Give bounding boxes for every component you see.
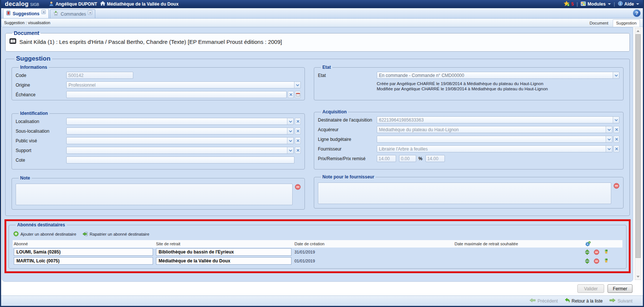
clear-x-icon[interactable]	[613, 145, 619, 152]
abonne-cell[interactable]: MARTIN, Loïc (0075)	[14, 257, 153, 265]
move-row-icon[interactable]	[585, 258, 590, 264]
remove-note-icon[interactable]	[295, 184, 301, 191]
fermer-button[interactable]: Fermer	[608, 284, 632, 293]
chevron-down-icon[interactable]	[613, 117, 619, 123]
site-retrait-cell[interactable]: Bibliothèque du bassin de l'Eyrieux	[156, 248, 291, 256]
chevron-down-icon[interactable]	[606, 136, 612, 142]
chevron-down-icon[interactable]	[287, 118, 293, 125]
star-plus-icon	[564, 1, 570, 7]
medal-star-icon[interactable]	[603, 249, 609, 255]
suivant-link[interactable]: Suivant	[609, 298, 632, 304]
tab-close-icon[interactable]	[88, 10, 92, 15]
chevron-down-icon[interactable]	[287, 138, 293, 144]
rapatrier-abonne-button[interactable]: Rapatrier un abonné destinataire	[82, 232, 149, 237]
breadcrumb: Suggestion : visualisation Document Sugg…	[1, 19, 643, 27]
add-abonne-button[interactable]: Ajouter un abonné destinataire	[13, 231, 76, 237]
navbar-separator: |	[577, 1, 578, 7]
support-label: Support	[16, 148, 66, 153]
document-legend: Document	[12, 30, 41, 36]
scroll-up-icon[interactable]	[635, 28, 641, 34]
clear-x-icon[interactable]	[295, 127, 301, 135]
tab-label: Commandes	[61, 12, 86, 17]
document-title: Saint Kilda (1) : Les esprits d'Hirta / …	[19, 39, 282, 45]
medal-star-icon[interactable]	[603, 258, 609, 264]
note-fournisseur-textarea[interactable]	[318, 182, 611, 204]
clear-x-icon[interactable]	[295, 118, 301, 125]
public-vise-label: Public visé	[16, 138, 66, 143]
cote-field[interactable]	[66, 156, 294, 164]
page-title: Suggestion : visualisation	[4, 20, 50, 25]
logo-subtext: SIGB	[30, 3, 39, 7]
column-header-site[interactable]: Site de retrait	[156, 242, 294, 246]
clear-x-icon[interactable]	[295, 137, 301, 144]
modules-menu[interactable]: Modules	[581, 1, 611, 7]
destinataire-select[interactable]: 622139641985633363	[377, 116, 619, 123]
echeance-field[interactable]	[66, 91, 287, 98]
document-section: Document Saint Kilda (1) : Les esprits d…	[5, 30, 630, 52]
view-document[interactable]: Document	[587, 20, 611, 27]
scroll-down-icon[interactable]	[635, 274, 641, 279]
current-user[interactable]: Angélique DUPONT	[49, 1, 97, 7]
prix-field[interactable]	[377, 155, 396, 162]
favorites-count: 5	[571, 1, 574, 7]
remise-field[interactable]	[399, 155, 416, 162]
code-label: Code	[16, 73, 66, 78]
abonnes-table-header: Abonné Site de retrait Date de création …	[13, 240, 622, 248]
rapatrier-arrow-icon	[82, 232, 88, 237]
column-header-abonne[interactable]: Abonné	[14, 242, 156, 246]
aide-menu[interactable]: Aide	[618, 1, 639, 7]
tab-commandes[interactable]: Commandes	[50, 9, 95, 18]
public-vise-select[interactable]	[66, 137, 294, 144]
favorites-button[interactable]: 5	[564, 1, 574, 7]
chevron-down-icon[interactable]	[287, 147, 293, 154]
valider-button[interactable]: Valider	[577, 284, 604, 293]
app-logo[interactable]: decalog SIGB	[5, 1, 39, 7]
prix-remise-field[interactable]	[425, 155, 445, 162]
fournisseur-select[interactable]: Librairie l'Arbre à feuilles	[377, 145, 612, 152]
calendar-icon[interactable]	[295, 91, 301, 98]
note-fournisseur-legend: Note pour le fournisseur	[321, 174, 376, 180]
clear-x-icon[interactable]	[613, 136, 619, 143]
remove-note-icon[interactable]	[613, 183, 619, 190]
clear-x-icon[interactable]	[613, 126, 619, 133]
vertical-scrollbar[interactable]	[635, 28, 641, 280]
remove-row-icon[interactable]	[594, 249, 599, 255]
top-navbar: decalog SIGB Angélique DUPONT Médiathèqu…	[1, 0, 643, 8]
view-suggestion[interactable]: Suggestion	[613, 19, 640, 27]
tab-label: Suggestions	[13, 11, 39, 16]
support-select[interactable]	[66, 147, 294, 154]
etat-select[interactable]: En commande - Commande n° CMD00000	[377, 72, 619, 79]
site-retrait-cell[interactable]: Médiathèque de la Vallée du Doux	[156, 257, 291, 265]
chevron-down-icon[interactable]	[287, 128, 293, 134]
clear-x-icon[interactable]	[295, 147, 301, 154]
abonne-cell[interactable]: LOUMI, Samia (0285)	[14, 248, 153, 256]
column-header-date-max[interactable]: Date maximale de retrait souhaitée	[455, 242, 582, 246]
retour-liste-link[interactable]: Retour à la liste	[565, 298, 603, 304]
acquereur-select[interactable]: Médiathèque du plateau du Haut-Lignon	[377, 126, 612, 133]
origine-select[interactable]: Professionnel	[66, 81, 301, 88]
precedent-link[interactable]: Précédent	[529, 298, 558, 304]
chevron-down-icon[interactable]	[606, 126, 612, 133]
highlight-red-box: Abonnés destinataires Ajouter un abonné …	[4, 219, 631, 273]
localisation-select[interactable]	[66, 118, 294, 125]
tab-suggestions[interactable]: Suggestions	[3, 9, 49, 18]
column-header-date-creation[interactable]: Date de création	[294, 242, 455, 246]
move-row-icon[interactable]	[585, 249, 590, 255]
navbar-separator: |	[614, 1, 615, 7]
help-icon[interactable]: ?	[633, 9, 641, 17]
acquereur-label: Acquéreur	[318, 127, 377, 132]
clear-x-icon[interactable]	[288, 91, 294, 98]
chevron-down-icon[interactable]	[606, 146, 612, 152]
remove-row-icon[interactable]	[594, 258, 599, 264]
scrollbar-thumb[interactable]	[635, 34, 641, 258]
sous-localisation-select[interactable]	[66, 127, 294, 135]
ligne-budgetaire-select[interactable]	[377, 136, 612, 143]
chevron-down-icon[interactable]	[613, 72, 619, 78]
note-textarea[interactable]	[16, 184, 293, 205]
tab-close-icon[interactable]	[41, 10, 46, 14]
chevron-down-icon[interactable]	[294, 82, 300, 88]
current-site[interactable]: Médiathèque de la Vallée du Doux	[100, 1, 179, 7]
columns-gear-icon[interactable]	[585, 241, 621, 247]
code-field[interactable]	[66, 72, 133, 79]
destinataire-value: 622139641985633363	[377, 117, 613, 123]
